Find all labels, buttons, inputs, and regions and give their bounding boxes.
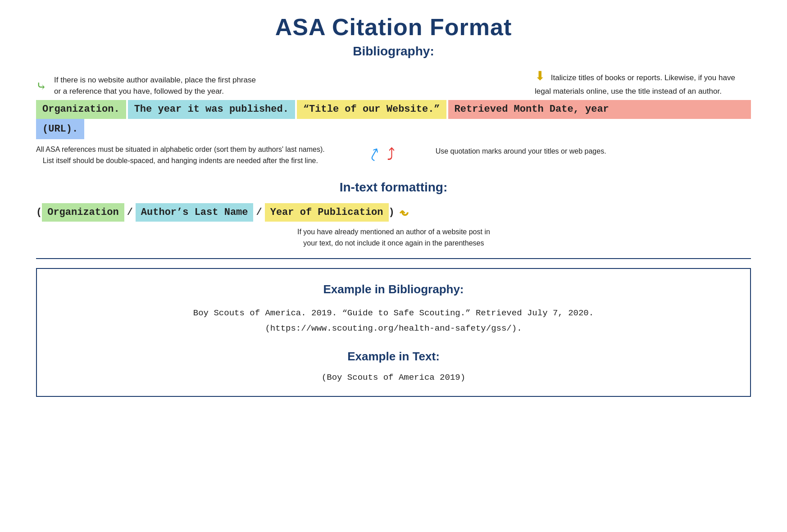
arrow-blue-icon: ⤴ xyxy=(365,145,382,165)
page-title: ASA Citation Format xyxy=(27,14,760,41)
section-divider xyxy=(36,258,751,259)
intext-organization: Organization xyxy=(42,203,124,222)
example-box: Example in Bibliography: Boy Scouts of A… xyxy=(36,268,751,397)
intext-formula: ( Organization / Author’s Last Name / Ye… xyxy=(27,203,760,223)
intext-author: Author’s Last Name xyxy=(136,203,254,222)
citation-formula-row1: Organization. The year it was published.… xyxy=(27,100,760,119)
citation-formula-row2: (URL). xyxy=(27,119,760,139)
example-intext-title: Example in Text: xyxy=(55,350,732,364)
note-right-text: Italicize titles of books or reports. Li… xyxy=(535,73,735,95)
example-intext: Example in Text: (Boy Scouts of America … xyxy=(55,350,732,382)
intext-section: In-text formatting: ( Organization / Aut… xyxy=(27,180,760,249)
annotation-left: ⤷ If there is no website author availabl… xyxy=(36,74,261,97)
example-bibliography-text: Boy Scouts of America. 2019. “Guide to S… xyxy=(55,305,732,336)
arrow-red-icon: ⤴ xyxy=(387,146,395,164)
intext-slash2: / xyxy=(253,203,264,222)
intext-open-paren: ( xyxy=(36,207,42,218)
formula-retrieved: Retrieved Month Date, year xyxy=(448,100,751,119)
intext-annotation: If you have already mentioned an author … xyxy=(27,226,760,249)
example-bibliography: Example in Bibliography: Boy Scouts of A… xyxy=(55,282,732,336)
formula-organization: Organization. xyxy=(36,100,126,119)
intext-close-paren: ) xyxy=(389,207,395,218)
note-left-text: If there is no website author available,… xyxy=(54,74,261,97)
example-bibliography-title: Example in Bibliography: xyxy=(55,282,732,296)
arrow-green-icon: ⤷ xyxy=(36,77,46,96)
annotation-right: ⬇ Italicize titles of books or reports. … xyxy=(526,67,751,97)
below-formula-annotations: All ASA references must be situated in a… xyxy=(27,141,760,167)
intext-title: In-text formatting: xyxy=(27,180,760,195)
example-bib-line2: (https://www.scouting.org/health-and-saf… xyxy=(265,323,522,333)
example-bib-line1: Boy Scouts of America. 2019. “Guide to S… xyxy=(193,308,594,318)
formula-title: “Title of our Website.” xyxy=(297,100,446,119)
formula-url: (URL). xyxy=(36,119,84,139)
intext-slash1: / xyxy=(124,203,136,222)
note-below-left-text: All ASA references must be situated in a… xyxy=(36,146,325,165)
intext-year: Year of Publication xyxy=(265,203,389,222)
bibliography-title: Bibliography: xyxy=(27,44,760,59)
top-annotations: ⤷ If there is no website author availabl… xyxy=(27,67,760,97)
note-below-left: All ASA references must be situated in a… xyxy=(36,144,325,167)
arrow-yellow-icon: ⬇ xyxy=(535,67,545,86)
arrow-yellow-curve-icon: ↶ xyxy=(399,203,409,223)
note-below-right: Use quotation marks around your titles o… xyxy=(436,141,606,157)
bibliography-section: Bibliography: ⤷ If there is no website a… xyxy=(27,44,760,167)
intext-note-text: If you have already mentioned an author … xyxy=(297,226,490,249)
example-intext-text: (Boy Scouts of America 2019) xyxy=(55,373,732,382)
formula-year: The year it was published. xyxy=(128,100,295,119)
